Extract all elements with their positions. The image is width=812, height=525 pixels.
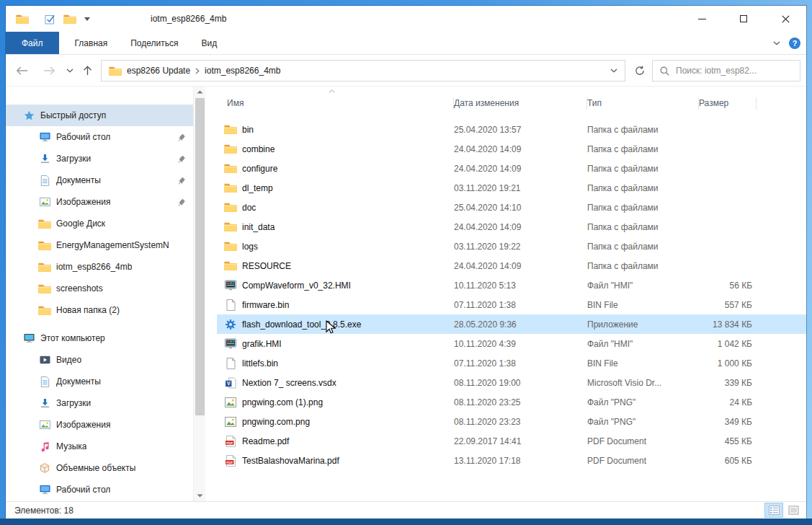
file-date: 28.05.2020 9:36 [454,319,587,330]
file-name-cell: grafik.HMI [217,338,454,349]
scroll-down-icon[interactable] [194,490,205,501]
sidebar-item-this-pc[interactable]: Этот компьютер [6,327,193,349]
file-row[interactable]: CompWaveform_v0_32.HMI10.11.2020 5:13Фай… [217,275,806,295]
sidebar-item-iotm-esp8266-4mb[interactable]: iotm_esp8266_4mb [6,256,193,278]
breadcrumb-item-current[interactable]: iotm_esp8266_4mb [205,66,280,76]
sidebar-item-videos[interactable]: Видео [6,349,193,371]
mouse-cursor [326,320,336,335]
scrollbar-thumb[interactable] [195,98,205,415]
file-name-cell: RESOURCE [217,260,454,271]
breadcrumb-item-parent[interactable]: esp8266 Update [127,66,190,76]
tab-home[interactable]: Главная [63,32,120,54]
sidebar-item-label: Рабочий стол [56,485,110,495]
search-box[interactable] [652,60,800,81]
sidebar-item-pictures[interactable]: Изображения [6,191,193,213]
refresh-icon[interactable] [635,66,645,76]
file-name: logs [242,242,258,252]
sidebar-item-screenshots[interactable]: screenshots [6,278,193,299]
maximize-button[interactable] [723,6,764,32]
file-rows: bin25.04.2020 13:57Папка с файламиcombin… [205,120,806,470]
column-header-type[interactable]: Тип [587,87,699,120]
tab-view[interactable]: Вид [189,32,228,54]
up-button[interactable] [82,66,93,76]
file-row[interactable]: bin25.04.2020 13:57Папка с файлами [217,120,806,139]
sidebar-item-desktop[interactable]: Рабочий стол [6,126,193,148]
sidebar-item-label: Этот компьютер [40,333,105,343]
file-size: 339 КБ [699,378,757,388]
file-name-cell: configure [217,163,454,174]
large-icons-view-button[interactable] [785,503,802,517]
file-date: 25.04.2020 13:57 [454,125,587,135]
sidebar-item-documents-2[interactable]: Документы [6,371,193,392]
file-row[interactable]: logs03.11.2020 19:22Папка с файлами [217,237,806,256]
qat-dropdown-icon[interactable] [84,17,90,21]
file-row[interactable]: flash_download_tool_3.8.5.exe28.05.2020 … [217,314,806,334]
tab-share[interactable]: Поделиться [119,32,189,54]
music-icon [37,441,52,452]
sidebar-item-quick-access[interactable]: Быстрый доступ [6,105,193,126]
sidebar-item-downloads-2[interactable]: Загрузки [6,392,193,414]
new-folder-icon[interactable] [63,14,76,25]
file-row[interactable]: PDFReadme.pdf22.09.2017 14:41PDF Documen… [217,431,806,451]
file-name: CompWaveform_v0_32.HMI [242,281,351,291]
sidebar-item-music[interactable]: Музыка [6,436,193,457]
file-date: 08.11.2020 19:00 [454,378,587,388]
tab-file[interactable]: Файл [6,32,59,54]
sidebar-item-energy-management[interactable]: EnergyManagementSystemN [6,234,193,256]
sidebar-scrollbar[interactable] [193,87,205,501]
column-header-size[interactable]: Размер [699,87,757,120]
folder-icon [224,241,237,252]
file-row[interactable]: combine24.04.2020 14:09Папка с файлами [217,139,806,159]
breadcrumb-chevron-icon[interactable] [195,68,200,74]
file-row[interactable]: RESOURCE24.04.2020 14:09Папка с файлами [217,256,806,275]
file-row[interactable]: PDFTestBalashovaMarina.pdf13.11.2020 17:… [217,451,806,470]
address-bar[interactable]: esp8266 Update iotm_esp8266_4mb [101,60,625,81]
close-button[interactable] [764,6,806,32]
column-header-date[interactable]: Дата изменения [454,87,587,120]
sidebar-item-new-folder-2[interactable]: Новая папка (2) [6,299,193,321]
file-row[interactable]: grafik.HMI10.11.2020 4:39Файл "HMI"1 042… [217,334,806,353]
address-dropdown-icon[interactable] [610,69,617,73]
file-row[interactable]: firmware.bin07.11.2020 1:38BIN File557 К… [217,295,806,314]
folder-icon [37,305,52,316]
file-name-cell: dl_temp [217,182,454,193]
folder-icon [37,283,52,294]
file-row[interactable]: pngwing.com.png08.11.2020 23:23Файл "PNG… [217,412,806,431]
sidebar-item-google-drive[interactable]: Google Диск [6,213,193,234]
file-row[interactable]: VNextion 7_ screens.vsdx08.11.2020 19:00… [217,373,806,392]
file-row[interactable]: doc25.04.2020 14:10Папка с файлами [217,198,806,217]
sidebar-item-3d-objects[interactable]: Объемные объекты [6,457,193,479]
bin-icon [224,358,237,369]
file-size: 455 КБ [699,436,757,446]
minimize-button[interactable] [681,6,723,32]
sidebar-item-desktop-2[interactable]: Рабочий стол [6,479,193,500]
sidebar-item-pictures-2[interactable]: Изображения [6,414,193,436]
back-button[interactable] [16,66,28,75]
sidebar-item-downloads[interactable]: Загрузки [6,148,193,169]
pin-icon [177,133,186,141]
sidebar-item-label: Рабочий стол [56,132,110,142]
file-row[interactable]: dl_temp03.11.2020 19:21Папка с файлами [217,178,806,198]
file-row[interactable]: littlefs.bin07.11.2020 1:38BIN File1 000… [217,353,806,373]
file-type: Файл "PNG" [587,397,699,407]
file-row[interactable]: pngwing.com (1).png08.11.2020 23:25Файл … [217,392,806,412]
file-row[interactable]: configure24.04.2020 14:09Папка с файлами [217,159,806,178]
ribbon-collapse-icon[interactable] [773,41,780,45]
address-folder-icon [109,66,122,76]
column-header-name[interactable]: Имя [217,87,454,120]
svg-text:PDF: PDF [226,441,233,444]
file-row[interactable]: init_data24.04.2020 14:09Папка с файлами [217,217,806,237]
png-icon [224,417,237,427]
details-view-button[interactable] [765,503,782,517]
forward-button[interactable] [43,66,55,75]
recent-locations-dropdown-icon[interactable] [66,69,73,73]
help-button[interactable]: ? [789,38,800,49]
sidebar-item-label: Загрузки [56,398,91,408]
file-type: PDF Document [587,456,699,466]
properties-checkbox-icon[interactable] [45,14,55,25]
sidebar-item-documents[interactable]: Документы [6,169,193,191]
search-input[interactable] [676,66,793,76]
folder-icon [224,202,237,213]
scroll-up-icon[interactable] [194,87,205,97]
file-size: 349 КБ [699,417,757,427]
